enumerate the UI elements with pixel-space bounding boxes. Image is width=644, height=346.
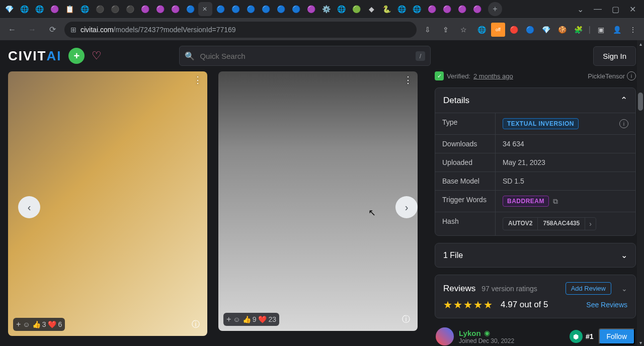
- tab[interactable]: 🔵: [244, 2, 258, 16]
- tab[interactable]: 🌐: [17, 2, 31, 16]
- scrollbar[interactable]: ▴ ▾: [637, 40, 644, 346]
- tab[interactable]: 🟣: [47, 2, 61, 16]
- extensions-menu-icon[interactable]: 🧩: [572, 23, 586, 37]
- site-info-icon[interactable]: ⊞: [70, 26, 76, 34]
- image-info-icon[interactable]: ⓘ: [189, 318, 202, 331]
- author-name-link[interactable]: Lykon: [459, 329, 481, 337]
- tab[interactable]: 🔵: [228, 2, 243, 16]
- logo[interactable]: CIVITAI: [8, 48, 61, 64]
- close-window-icon[interactable]: ✕: [629, 5, 636, 14]
- info-icon[interactable]: i: [619, 119, 628, 128]
- tab[interactable]: 🟣: [470, 2, 484, 16]
- emoji-picker-icon[interactable]: ☺: [23, 320, 30, 328]
- search-box[interactable]: 🔍 /: [179, 46, 431, 66]
- tab[interactable]: 🌐: [394, 2, 409, 16]
- tab[interactable]: 🟣: [304, 2, 318, 16]
- image-menu-icon[interactable]: ⋮: [193, 74, 202, 85]
- emoji-picker-icon[interactable]: ☺: [233, 315, 240, 323]
- url-path: /models/72437?modelVersionId=77169: [113, 26, 235, 34]
- tab[interactable]: 🔵: [274, 2, 288, 16]
- menu-icon[interactable]: ⋮: [626, 23, 640, 37]
- tab[interactable]: 🌐: [77, 2, 92, 16]
- tab-active[interactable]: ✕: [198, 2, 212, 16]
- scroll-thumb[interactable]: [638, 93, 643, 111]
- add-reaction-icon[interactable]: +: [16, 320, 21, 329]
- url-bar[interactable]: ⊞ civitai.com/models/72437?modelVersionI…: [64, 22, 417, 38]
- rank-number: #1: [586, 332, 594, 340]
- hash-expand-icon[interactable]: ›: [585, 218, 596, 230]
- tab[interactable]: 🔵: [183, 2, 197, 16]
- tab[interactable]: 🟣: [168, 2, 182, 16]
- carousel-prev-button[interactable]: ‹: [18, 196, 40, 218]
- tab[interactable]: 🔵: [289, 2, 303, 16]
- scroll-down-icon[interactable]: ▾: [638, 340, 643, 345]
- share-icon[interactable]: ⇪: [439, 23, 453, 37]
- image-info-icon[interactable]: ⓘ: [399, 313, 413, 326]
- tab[interactable]: ◆: [364, 2, 378, 16]
- tab[interactable]: 💎: [2, 2, 16, 16]
- new-tab-button[interactable]: +: [488, 2, 502, 16]
- tab[interactable]: 🟣: [440, 2, 454, 16]
- tab[interactable]: 🔵: [213, 2, 227, 16]
- tab[interactable]: 🐍: [379, 2, 393, 16]
- tab[interactable]: 🟣: [425, 2, 439, 16]
- bookmark-icon[interactable]: ☆: [457, 23, 471, 37]
- heart-reaction[interactable]: ❤️23: [258, 315, 276, 323]
- thumbs-reaction[interactable]: 👍3: [32, 320, 46, 328]
- thumbs-reaction[interactable]: 👍9: [243, 315, 257, 323]
- verified-date-link[interactable]: 2 months ago: [473, 72, 513, 80]
- trigger-badge[interactable]: BADDREAM: [503, 196, 549, 207]
- chevron-down-icon[interactable]: ⌄: [621, 285, 627, 293]
- sidepanel-icon[interactable]: ▣: [594, 23, 608, 37]
- follow-button[interactable]: Follow: [599, 328, 635, 344]
- extension-icon[interactable]: 🔴: [507, 23, 521, 37]
- add-review-button[interactable]: Add Review: [566, 282, 611, 295]
- tabs-dropdown-icon[interactable]: ⌄: [577, 5, 584, 14]
- gallery-image[interactable]: ⋮ + ☺ 👍9 ❤️23 ⓘ: [218, 71, 418, 331]
- extension-icon[interactable]: 🔵: [523, 23, 537, 37]
- copy-icon[interactable]: ⧉: [553, 197, 558, 206]
- image-menu-icon[interactable]: ⋮: [404, 74, 413, 85]
- add-reaction-icon[interactable]: +: [226, 315, 231, 324]
- install-icon[interactable]: ⇩: [421, 23, 435, 37]
- tab[interactable]: 🌐: [410, 2, 424, 16]
- extension-icon[interactable]: 🌐: [475, 23, 489, 37]
- carousel-next-button[interactable]: ›: [395, 196, 418, 218]
- back-button[interactable]: ←: [4, 22, 20, 38]
- hash-value[interactable]: 758AAC4435: [538, 218, 585, 230]
- extension-icon[interactable]: off: [491, 23, 505, 37]
- hash-type[interactable]: AUTOV2: [503, 218, 538, 230]
- tab[interactable]: 🟣: [153, 2, 167, 16]
- extension-icon[interactable]: 💎: [539, 23, 553, 37]
- signin-button[interactable]: Sign In: [593, 46, 636, 66]
- tab[interactable]: ⚫: [93, 2, 107, 16]
- tab[interactable]: 🟢: [349, 2, 363, 16]
- tab[interactable]: 🟣: [138, 2, 152, 16]
- heart-reaction[interactable]: ❤️6: [48, 320, 62, 328]
- tab[interactable]: 🔵: [259, 2, 273, 16]
- tab[interactable]: ⚫: [108, 2, 122, 16]
- tab[interactable]: 📋: [62, 2, 76, 16]
- files-panel[interactable]: 1 File ⌄: [435, 243, 636, 268]
- details-header[interactable]: Details ⌃: [435, 88, 635, 113]
- info-icon[interactable]: i: [627, 71, 636, 80]
- extension-icon[interactable]: 🍪: [555, 23, 570, 37]
- avatar[interactable]: [436, 327, 454, 345]
- maximize-icon[interactable]: ▢: [612, 5, 619, 14]
- scroll-up-icon[interactable]: ▴: [638, 41, 643, 46]
- see-reviews-link[interactable]: See Reviews: [586, 301, 627, 309]
- reload-button[interactable]: ⟳: [44, 22, 60, 38]
- favorites-icon[interactable]: ♡: [92, 49, 102, 62]
- tab[interactable]: 🟣: [455, 2, 469, 16]
- tab[interactable]: ⚙️: [319, 2, 333, 16]
- minimize-icon[interactable]: —: [594, 5, 602, 14]
- search-input[interactable]: [200, 52, 410, 60]
- tab[interactable]: 🌐: [334, 2, 348, 16]
- reviews-count: 97 version ratings: [481, 285, 537, 293]
- profile-icon[interactable]: 👤: [610, 23, 624, 37]
- forward-button[interactable]: →: [24, 22, 40, 38]
- close-icon[interactable]: ✕: [202, 6, 207, 13]
- tab[interactable]: ⚫: [123, 2, 137, 16]
- tab[interactable]: 🌐: [32, 2, 46, 16]
- create-button[interactable]: +: [68, 48, 85, 64]
